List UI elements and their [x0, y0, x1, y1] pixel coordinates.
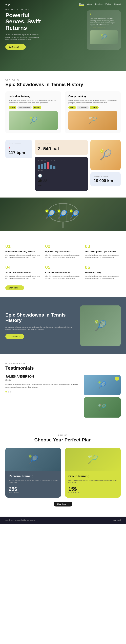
feature-num-3: 03 — [85, 244, 120, 249]
footer: Sample text - Solely crafted by Your Dre… — [0, 516, 126, 524]
feature-card-1: 01 Professional Coaching Access Dien cli… — [6, 244, 41, 260]
what-we-do-title: Epic Showdowns in Tennis History — [6, 82, 120, 87]
feature-text-5: Dien clita kasd gubergren, no sea takima… — [45, 275, 81, 280]
daily-label: DAILY AVERAGE — [9, 143, 29, 145]
feature-text-3: Dien clita kasd gubergren, no sea takima… — [85, 254, 120, 259]
hero-section: logo Home About Coaches Project Contact … — [0, 0, 126, 70]
cta-title: Epic Showdowns in Tennis History — [6, 312, 74, 323]
hero-title: Powerful Serves, Swift Returns — [6, 12, 49, 31]
cta-arrow-icon: → — [19, 336, 21, 338]
feature-text-6: Dien clita kasd gubergren, no sea takima… — [85, 275, 120, 280]
nav-coaches[interactable]: Coaches — [95, 3, 102, 6]
cal-value: 2. 540 cal — [38, 146, 85, 152]
features-section: 01 Professional Coaching Access Dien cli… — [0, 231, 126, 297]
bar-0 — [38, 164, 40, 169]
weekly-label-2: WEEKLY AVERAGE — [94, 176, 117, 177]
chart-day-2: MI — [44, 160, 46, 162]
features-show-more-button[interactable]: Show More → — [6, 286, 24, 290]
pricing-arrow-icon: → — [67, 503, 69, 505]
testimonial-images: 🎾 ❝ 🏸 — [84, 375, 120, 418]
feature-title-2: Improved Physical Fitness — [45, 250, 81, 253]
dot-3[interactable] — [10, 391, 12, 392]
arrow-icon: → — [20, 46, 22, 48]
nav-project[interactable]: Project — [106, 3, 111, 6]
pricing-show-more-label: Show More — [57, 503, 66, 505]
divider-content: 🎾🎾🎾 — [45, 210, 81, 219]
individual-text: At vero eos et accusam et justo duo dolo… — [9, 99, 58, 104]
training-grid: Individual training At vero eos et accus… — [6, 91, 120, 133]
cal-card: WEEKLY AVERAGE 2. 540 cal — [34, 140, 88, 155]
chart-day-1: MA — [41, 160, 43, 162]
km-value: 10 000 km — [94, 178, 117, 183]
pricing-grid: 🎾 Personal training Dien clita kasd gube… — [6, 448, 120, 498]
group-pricing-name: Group training — [68, 474, 117, 478]
hero-description: At vero eos et accusam et justo duo dolo… — [6, 34, 42, 41]
dot-1[interactable] — [6, 391, 7, 392]
hero-quote-headline: SAMPLE HEADLINE — [90, 27, 118, 29]
features-grid: 01 Professional Coaching Access Dien cli… — [6, 244, 120, 282]
personal-pricing-image: 🎾 — [6, 448, 61, 471]
pricing-show-more-button[interactable]: Show More → — [54, 502, 72, 506]
nav-contact[interactable]: Contact — [114, 3, 120, 6]
group-pricing-card: 🏸 Group training Dien clita kasd gubergr… — [65, 448, 120, 498]
quote-icon: ❝ — [90, 13, 118, 17]
testimonials-title: Testimonials — [6, 366, 120, 371]
chart-bars — [38, 162, 85, 169]
testimonials-section: OUR MEMBER SAY Testimonials JAMES ANDERS… — [0, 354, 126, 426]
hero-quote-text: Lorem ipsum dolor sit amet, consetetur s… — [90, 18, 118, 26]
bar-3 — [47, 162, 50, 169]
group-price: 15$ — [68, 486, 117, 492]
tennis-ball-icon: 🎾🎾🎾 — [45, 210, 81, 219]
group-pricing-body: Group training Dien clita kasd gubergren… — [65, 471, 120, 494]
pricing-section: PRICING Choose Your Perfect Plan 🎾 Perso… — [0, 426, 126, 516]
feature-text-1: Dien clita kasd gubergren, no sea takima… — [6, 254, 41, 259]
hero-content: MASTERS OF THE COURT Powerful Serves, Sw… — [6, 9, 84, 50]
chart-day-5: AT — [53, 160, 56, 162]
stats-section: DAILY AVERAGE ♥ 117 bpm WEEKLY AVERAGE 2… — [0, 140, 126, 198]
group-period: PER MONTH — [68, 492, 117, 494]
navigation: logo Home About Coaches Project Contact — [0, 0, 126, 9]
feature-title-3: Skill Development Opportunities — [85, 250, 120, 253]
feature-num-2: 02 — [45, 244, 81, 249]
cta-section: Epic Showdowns in Tennis History Lorem i… — [0, 297, 126, 354]
group-image: 🏸 — [68, 111, 117, 130]
bar-2 — [44, 163, 46, 169]
chart-day-3: JU — [47, 160, 50, 162]
player-image: 🎾 — [90, 140, 120, 170]
nav-links: Home About Coaches Project Contact — [79, 3, 120, 6]
bpm-value: 117 bpm — [9, 150, 29, 155]
testimonials-layout: JAMES ANDERSON Member Lorem ipsum dolor … — [6, 375, 120, 418]
tag-courts: 6 courts — [32, 106, 41, 109]
cta-content: Epic Showdowns in Tennis History Lorem i… — [6, 312, 74, 339]
feature-card-4: 04 Social Connection Benefits Dien clita… — [6, 264, 41, 282]
nav-about[interactable]: About — [87, 3, 92, 6]
feature-num-6: 06 — [85, 264, 120, 270]
personal-pricing-card: 🎾 Personal training Dien clita kasd gube… — [6, 448, 61, 498]
feature-card-3: 03 Skill Development Opportunities Dien … — [85, 244, 120, 260]
testimonial-name: JAMES ANDERSON — [6, 375, 78, 378]
bar-5 — [53, 166, 56, 169]
feature-title-5: Exclusive Member Events — [45, 271, 81, 274]
individual-title: Individual training — [9, 95, 58, 98]
group-pricing-image: 🏸 — [65, 448, 120, 471]
hero-cta-button[interactable]: Our Concept → — [6, 44, 26, 50]
feature-text-4: Dien clita kasd gubergren, no sea takima… — [6, 275, 41, 280]
individual-tags: 50 min for professionals 6 courts — [9, 106, 58, 109]
show-more-icon: → — [19, 287, 21, 289]
cta-button[interactable]: Contact Us → — [6, 334, 24, 339]
hero-subtitle: MASTERS OF THE COURT — [6, 9, 84, 10]
cta-btn-label: Contact Us — [9, 336, 18, 338]
testimonial-dots — [6, 391, 78, 392]
cta-text: Lorem ipsum dolor sit amet, consetetur s… — [6, 326, 74, 331]
chart-day-0: LU — [38, 160, 40, 162]
feature-card-2: 02 Improved Physical Fitness Dien clita … — [45, 244, 81, 260]
feature-text-2: Dien clita kasd gubergren, no sea takima… — [45, 254, 81, 259]
km-card: WEEKLY AVERAGE 10 000 km — [90, 172, 120, 186]
group-training-card: Group training At vero eos et accusam et… — [65, 91, 120, 133]
personal-pricing-body: Personal training Dien clita kasd guberg… — [6, 471, 61, 494]
group-pricing-desc: Dien clita kasd gubergren, no sea takima… — [68, 480, 117, 484]
nav-home[interactable]: Home — [79, 3, 84, 6]
group-title: Group training — [68, 95, 117, 98]
dot-2[interactable] — [8, 391, 9, 392]
footer-left-text: Sample text - Solely crafted by Your Dre… — [6, 519, 36, 521]
